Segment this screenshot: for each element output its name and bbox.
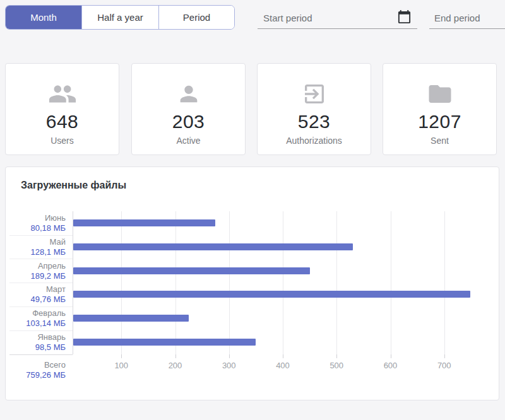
tab-half-a-year[interactable]: Half a year <box>81 6 158 29</box>
end-period-input[interactable] <box>429 5 504 23</box>
bar-Февраль <box>73 315 189 322</box>
start-period-input[interactable] <box>258 5 384 23</box>
gridline <box>283 211 283 354</box>
gridline <box>229 211 230 354</box>
month-label: Май <box>50 237 66 247</box>
uploaded-files-panel: Загруженные файлы Всего 759,26 МБ 100200… <box>5 166 499 400</box>
month-label: Январь <box>37 332 66 342</box>
end-period-field <box>429 5 505 29</box>
tab-period[interactable]: Period <box>158 6 234 29</box>
users-label: Users <box>50 136 74 146</box>
month-label: Апрель <box>38 261 66 271</box>
bar-row-label: Июнь80,18 МБ <box>9 211 73 235</box>
authorizations-count: 523 <box>298 111 331 132</box>
bar-Апрель <box>73 267 310 274</box>
axis-tickmark <box>283 354 283 358</box>
users-card: 648 Users <box>5 63 119 155</box>
bar-row-label: Апрель189,2 МБ <box>9 259 73 283</box>
sent-count: 1207 <box>418 111 461 132</box>
bar-row-label: Февраль103,14 МБ <box>9 306 73 330</box>
month-size-value: 103,14 МБ <box>26 318 66 329</box>
users-count: 648 <box>46 111 79 132</box>
bar-row-label: Март49,76 МБ <box>9 283 73 306</box>
gridline <box>336 211 337 354</box>
tab-month[interactable]: Month <box>6 6 81 29</box>
people-icon <box>48 79 77 108</box>
gridline <box>391 211 391 354</box>
y-axis-line <box>73 211 73 354</box>
month-label: Февраль <box>32 308 66 318</box>
login-icon <box>302 79 327 108</box>
calendar-icon[interactable] <box>397 9 412 25</box>
period-tab-group: Month Half a year Period <box>5 5 235 30</box>
month-size-value: 80,18 МБ <box>30 223 66 233</box>
active-card: 203 Active <box>131 63 246 155</box>
gridline <box>175 211 176 354</box>
sent-label: Sent <box>431 136 449 146</box>
axis-tickmark <box>229 354 230 358</box>
bar-Май <box>73 243 353 250</box>
bar-row-label: Май128,1 МБ <box>9 235 73 259</box>
axis-tickmark <box>336 354 337 358</box>
axis-tickmark <box>391 354 391 358</box>
folder-icon <box>427 79 453 108</box>
x-tick-label: 200 <box>160 361 191 370</box>
axis-tickmark <box>175 354 176 358</box>
person-icon <box>176 79 201 108</box>
authorizations-card: 523 Authorizations <box>257 63 371 155</box>
active-count: 203 <box>172 111 205 132</box>
total-cell: Всего 759,26 МБ <box>9 354 73 380</box>
month-size-value: 98,5 МБ <box>35 342 66 353</box>
month-size-value: 128,1 МБ <box>30 247 66 257</box>
bar-Январь <box>73 339 256 346</box>
start-period-field <box>258 5 417 29</box>
x-tick-label: 100 <box>105 361 137 370</box>
gridline <box>444 211 445 354</box>
total-label: Всего <box>44 360 66 370</box>
uploaded-files-bar-chart: Всего 759,26 МБ 100200300400500600700Июн… <box>6 167 499 400</box>
bar-row-label: Январь98,5 МБ <box>9 330 73 354</box>
gridline <box>121 211 122 354</box>
authorizations-label: Authorizations <box>286 136 342 146</box>
bar-Март <box>73 291 470 298</box>
active-label: Active <box>176 136 200 146</box>
axis-tickmark <box>121 354 122 358</box>
x-tick-label: 600 <box>375 361 407 370</box>
sent-card: 1207 Sent <box>383 63 497 155</box>
x-tick-label: 400 <box>267 361 299 370</box>
x-tick-label: 500 <box>321 361 352 370</box>
x-tick-label: 300 <box>213 361 245 370</box>
month-size-value: 189,2 МБ <box>30 271 66 281</box>
month-label: Март <box>46 284 66 295</box>
total-value: 759,26 МБ <box>26 370 66 380</box>
month-size-value: 49,76 МБ <box>30 295 66 305</box>
x-tick-label: 700 <box>429 361 460 370</box>
month-label: Июнь <box>45 213 66 223</box>
bar-Июнь <box>73 219 215 226</box>
axis-tickmark <box>444 354 445 358</box>
